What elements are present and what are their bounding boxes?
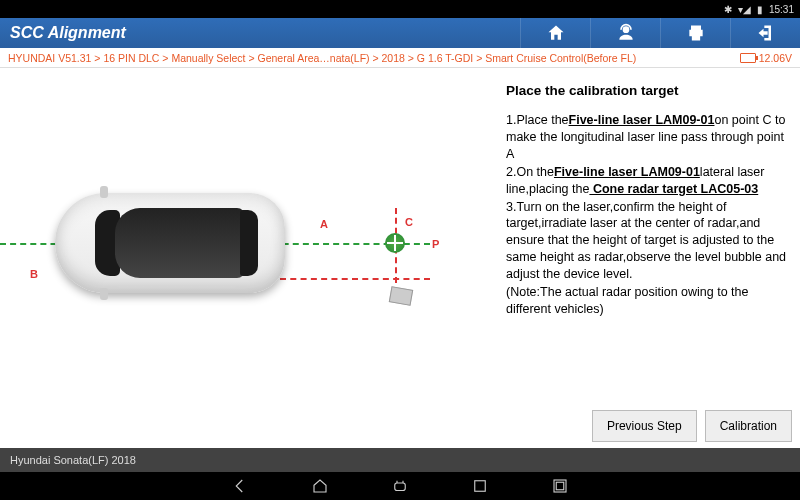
bluetooth-icon: ✱ — [724, 4, 732, 15]
home-nav-button[interactable] — [305, 476, 335, 496]
label-B: B — [30, 268, 38, 280]
red-lateral-line — [280, 278, 430, 280]
print-button[interactable] — [660, 18, 730, 48]
radar-unit-icon — [389, 286, 413, 306]
instruction-title: Place the calibration target — [506, 82, 788, 100]
label-A: A — [320, 218, 328, 230]
support-button[interactable] — [590, 18, 660, 48]
page-title: SCC Alignment — [0, 24, 520, 42]
label-C: C — [405, 216, 413, 228]
calibration-button[interactable]: Calibration — [705, 410, 792, 442]
screenshot-button[interactable] — [545, 476, 575, 496]
svg-rect-4 — [556, 482, 564, 490]
back-button[interactable] — [225, 476, 255, 496]
home-button[interactable] — [520, 18, 590, 48]
label-P: P — [432, 238, 439, 250]
voltage-display: 12.06V — [740, 52, 792, 64]
exit-button[interactable] — [730, 18, 800, 48]
battery-icon — [740, 53, 756, 63]
action-buttons: Previous Step Calibration — [584, 404, 800, 448]
calibration-diagram: A B C P — [0, 68, 500, 448]
footer-bar: Hyundai Sonata(LF) 2018 — [0, 448, 800, 472]
clock: 15:31 — [769, 4, 794, 15]
wifi-icon: ▾◢ — [738, 4, 751, 15]
previous-step-button[interactable]: Previous Step — [592, 410, 697, 442]
step-3: 3.Turn on the laser,confirm the height o… — [506, 199, 788, 283]
svg-rect-1 — [395, 483, 406, 491]
breadcrumb: HYUNDAI V51.31 > 16 PIN DLC > Manually S… — [0, 48, 800, 68]
svg-point-0 — [622, 26, 629, 33]
svg-rect-2 — [475, 481, 486, 492]
app-header: SCC Alignment — [0, 18, 800, 48]
instruction-panel: Place the calibration target 1.Place the… — [500, 68, 800, 448]
android-nav-bar — [0, 472, 800, 500]
voltage-value: 12.06V — [759, 52, 792, 64]
battery-icon: ▮ — [757, 4, 763, 15]
main-content: A B C P Place the calibration target 1.P… — [0, 68, 800, 448]
android-status-bar: ✱ ▾◢ ▮ 15:31 — [0, 0, 800, 18]
app-icon[interactable] — [385, 476, 415, 496]
vehicle-top-view — [40, 188, 300, 298]
instruction-note: (Note:The actual radar position owing to… — [506, 284, 788, 318]
breadcrumb-path: HYUNDAI V51.31 > 16 PIN DLC > Manually S… — [8, 52, 734, 64]
step-1: 1.Place theFive-line laser LAM09-01on po… — [506, 112, 788, 163]
laser-target-icon — [385, 233, 405, 253]
step-2: 2.On theFive-line laser LAM09-01lateral … — [506, 164, 788, 198]
vehicle-info: Hyundai Sonata(LF) 2018 — [10, 454, 136, 466]
recent-apps-button[interactable] — [465, 476, 495, 496]
